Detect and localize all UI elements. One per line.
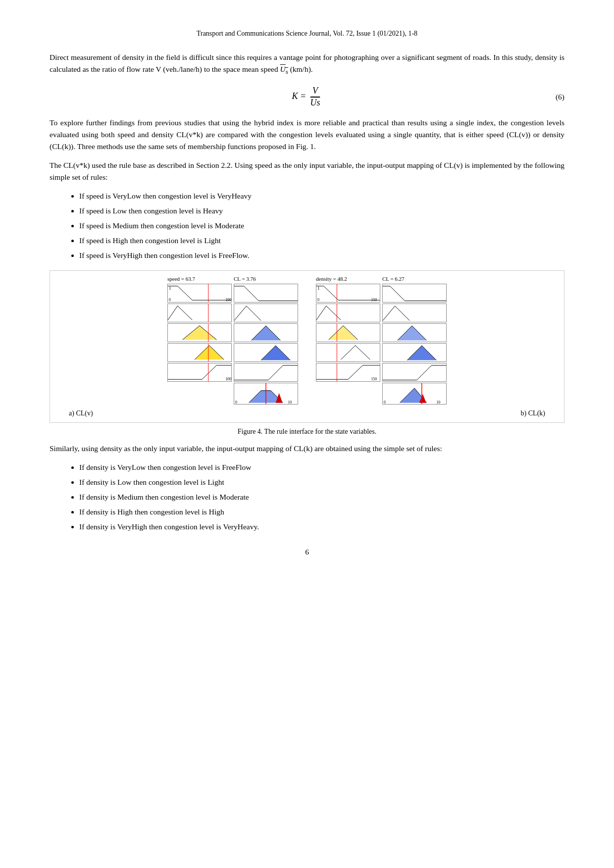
svg-text:100: 100 xyxy=(225,377,231,382)
svg-text:0: 0 xyxy=(235,401,237,405)
mf-row-b5: 150 xyxy=(316,363,380,382)
svg-text:0: 0 xyxy=(384,401,386,405)
mf-row-b2 xyxy=(316,304,380,322)
svg-text:1: 1 xyxy=(169,286,171,291)
rules-speed-list: If speed is VeryLow then congestion leve… xyxy=(79,190,564,261)
list-item: If speed is High then congestion level i… xyxy=(79,235,564,247)
out-b-final: 0 10 xyxy=(382,383,447,405)
list-item: If density is Medium then congestion lev… xyxy=(79,491,564,503)
out-row-2 xyxy=(234,304,298,322)
paragraph-1: Direct measurement of density in the fie… xyxy=(50,51,564,77)
list-item: If density is VeryHigh then congestion l… xyxy=(79,521,564,533)
list-item: If speed is VeryLow then congestion leve… xyxy=(79,190,564,202)
out-b-row-1 xyxy=(382,284,447,303)
out-row-5 xyxy=(234,363,298,382)
svg-marker-11 xyxy=(251,326,280,341)
list-item: If speed is VeryHigh then congestion lev… xyxy=(79,250,564,261)
paragraph-4: Similarly, using density as the only inp… xyxy=(50,443,564,455)
mf-row-4 xyxy=(167,343,232,362)
figure-main-caption: Figure 4. The rule interface for the sta… xyxy=(50,428,564,436)
svg-text:0: 0 xyxy=(169,298,171,303)
rules-density-list: If density is VeryLow then congestion le… xyxy=(79,461,564,533)
figure-4: speed = 63.7 1 0 100 xyxy=(50,270,564,423)
out-row-4 xyxy=(234,343,298,362)
paragraph-2: To explore further findings from previou… xyxy=(50,117,564,153)
panel-a-output: CL = 3.76 xyxy=(234,276,298,405)
panel-a-mf: speed = 63.7 1 0 100 xyxy=(167,276,232,405)
mf-row-1: 1 0 100 xyxy=(167,284,232,303)
out-row-3 xyxy=(234,323,298,342)
panel-b-output: CL = 6.27 xyxy=(382,276,447,405)
paragraph-3: The CL(v*k) used the rule base as descri… xyxy=(50,159,564,183)
mf-row-2 xyxy=(167,304,232,322)
svg-text:150: 150 xyxy=(371,377,377,382)
journal-header: Transport and Communications Science Jou… xyxy=(50,30,564,38)
svg-marker-7 xyxy=(195,346,224,359)
svg-marker-29 xyxy=(407,346,436,360)
svg-text:0: 0 xyxy=(317,298,319,303)
svg-marker-5 xyxy=(183,326,217,340)
svg-text:100: 100 xyxy=(225,298,231,303)
formula-6: K = V Us (6) xyxy=(50,86,564,108)
out-b-row-2 xyxy=(382,304,447,322)
out-row-1 xyxy=(234,284,298,303)
list-item: If speed is Low then congestion level is… xyxy=(79,205,564,217)
svg-text:150: 150 xyxy=(371,298,377,303)
panel-b-group: density = 48.2 1 0 150 xyxy=(316,276,447,405)
mf-row-b3 xyxy=(316,323,380,342)
svg-text:10: 10 xyxy=(288,401,292,405)
mf-row-3 xyxy=(167,323,232,342)
out-b-row-5 xyxy=(382,363,447,382)
list-item: If density is VeryLow then congestion le… xyxy=(79,461,564,473)
mf-row-b4 xyxy=(316,343,380,362)
mf-row-5: 100 xyxy=(167,363,232,382)
out-b-row-4 xyxy=(382,343,447,362)
list-item: If speed is Medium then congestion level… xyxy=(79,220,564,232)
svg-text:10: 10 xyxy=(436,401,440,405)
list-item: If density is High then congestion level… xyxy=(79,506,564,518)
svg-marker-28 xyxy=(398,326,427,341)
mf-row-b1: 1 0 150 xyxy=(316,284,380,303)
panel-a-group: speed = 63.7 1 0 100 xyxy=(167,276,298,405)
page-number: 6 xyxy=(50,548,564,557)
svg-text:1: 1 xyxy=(317,286,319,291)
panel-b-mf: density = 48.2 1 0 150 xyxy=(316,276,380,405)
out-b-row-3 xyxy=(382,323,447,342)
figure-caption-ab: a) CL(v) b) CL(k) xyxy=(54,409,560,417)
out-final: 0 10 xyxy=(234,383,298,405)
svg-marker-23 xyxy=(329,326,358,340)
list-item: If density is Low then congestion level … xyxy=(79,476,564,488)
svg-marker-12 xyxy=(261,346,290,360)
